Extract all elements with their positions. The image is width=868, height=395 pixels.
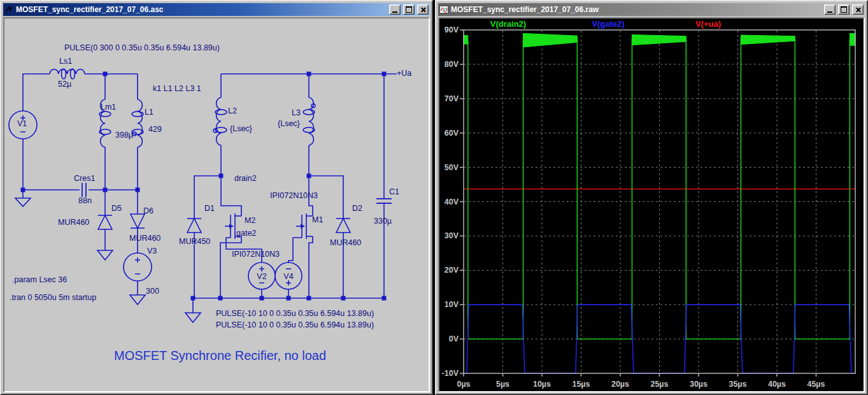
y-axis-tick-label[interactable]: 30V xyxy=(445,231,459,240)
schematic-label: M1 xyxy=(312,215,323,224)
capacitor-cres1[interactable] xyxy=(82,183,86,197)
schematic-label: M2 xyxy=(245,216,255,225)
y-axis-tick-label[interactable]: 70V xyxy=(445,94,459,103)
x-axis-tick-label[interactable]: 25µs xyxy=(650,380,668,389)
minimize-button[interactable] xyxy=(824,4,836,15)
schematic-label: .param Lsec 36 xyxy=(12,275,67,284)
schematic-label: k1 L1 L2 L3 1 xyxy=(153,84,201,93)
diode-d5[interactable] xyxy=(98,215,112,229)
source-v3[interactable] xyxy=(124,253,152,281)
x-axis-tick-label[interactable]: 20µs xyxy=(611,380,629,389)
x-axis-tick-label[interactable]: 10µs xyxy=(533,380,551,389)
x-axis-tick-label[interactable]: 30µs xyxy=(690,380,708,389)
plot-axis-labels: 0µs5µs10µs15µs20µs25µs30µs35µs40µs45µs90… xyxy=(442,25,825,389)
schematic-label: L3 xyxy=(292,108,301,117)
maximize-icon xyxy=(406,6,412,13)
maximize-icon xyxy=(841,6,847,13)
y-axis-tick-label[interactable]: 0V xyxy=(449,334,459,343)
schematic-label: V1 xyxy=(17,119,27,128)
y-axis-tick-label[interactable]: -10V xyxy=(442,369,459,378)
schematic-label: MUR460 xyxy=(129,234,160,243)
schematic-label: Cres1 xyxy=(74,174,95,183)
schematic-label: L2 xyxy=(228,106,237,115)
schematic-label: V4 xyxy=(283,272,293,281)
desktop: MOSFET_sync_rectifier_2017_07_06.asc xyxy=(0,0,868,395)
close-icon xyxy=(855,7,861,13)
mosfet-m1[interactable] xyxy=(296,213,313,239)
diode-d1[interactable] xyxy=(187,219,201,233)
schematic-label: IPI072N10N3 xyxy=(270,191,318,200)
y-axis-tick-label[interactable]: 40V xyxy=(445,198,459,206)
schematic-label: PULSE(0 300 0 0.35u 0.35u 6.594u 13.89u) xyxy=(64,43,220,52)
y-axis-tick-label[interactable]: 20V xyxy=(445,266,459,275)
y-axis-tick-label[interactable]: 10V xyxy=(445,300,459,309)
schematic-label: Lm1 xyxy=(101,103,116,111)
minimize-icon xyxy=(827,11,832,13)
schematic-label: {Lsec} xyxy=(230,124,252,133)
maximize-button[interactable] xyxy=(403,4,415,15)
y-axis-tick-label[interactable]: 50V xyxy=(445,163,459,172)
schematic-window-titlebar[interactable]: MOSFET_sync_rectifier_2017_07_06.asc xyxy=(3,3,430,16)
waveform-plot: 0µs5µs10µs15µs20µs25µs30µs35µs40µs45µs90… xyxy=(439,18,864,389)
waveform-icon xyxy=(439,5,448,14)
x-axis-tick-label[interactable]: 45µs xyxy=(807,380,825,389)
schematic-label: Ls1 xyxy=(59,57,72,66)
waveform-plot-area[interactable]: 0µs5µs10µs15µs20µs25µs30µs35µs40µs45µs90… xyxy=(438,17,865,392)
schematic-icon xyxy=(4,5,13,14)
waveform-window: MOSFET_sync_rectifier_2017_07_06.raw 0µs… xyxy=(435,0,868,395)
schematic-label: PULSE(-10 10 0 0.35u 0.35u 6.594u 13.89u… xyxy=(216,309,374,318)
schematic-label: PULSE(-10 10 0 0.35u 0.35u 6.594u 13.89u… xyxy=(216,320,374,329)
schematic-label: MUR460 xyxy=(58,218,89,227)
y-axis-tick-label[interactable]: 80V xyxy=(445,60,459,69)
window-title: MOSFET_sync_rectifier_2017_07_06.raw xyxy=(451,5,822,14)
schematic-label: drain2 xyxy=(234,174,257,183)
y-axis-tick-label[interactable]: 90V xyxy=(445,25,459,34)
close-button[interactable] xyxy=(417,4,429,15)
schematic-label: MUR450 xyxy=(179,237,210,246)
plot-legend: V(drain2)V(gate2)V(+ua) xyxy=(490,19,721,29)
x-axis-tick-label[interactable]: 35µs xyxy=(729,380,746,389)
capacitor-c1[interactable] xyxy=(376,199,392,203)
schematic-label: 300 xyxy=(146,287,159,296)
schematic-canvas[interactable]: PULSE(0 300 0 0.35u 0.35u 6.594u 13.89u)… xyxy=(3,17,430,392)
schematic-wires xyxy=(23,69,397,313)
schematic-label: IPI072N10N3 xyxy=(232,250,280,259)
waveform-window-titlebar[interactable]: MOSFET_sync_rectifier_2017_07_06.raw xyxy=(438,3,865,16)
diode-d6[interactable] xyxy=(131,214,145,228)
schematic-label: {Lsec} xyxy=(278,119,300,128)
x-axis-tick-label[interactable]: 0µs xyxy=(457,380,470,389)
schematic-label: V3 xyxy=(147,247,157,255)
minimize-icon xyxy=(392,11,397,13)
y-axis-tick-label[interactable]: 60V xyxy=(445,129,459,138)
wire-junctions xyxy=(21,72,387,301)
minimize-button[interactable] xyxy=(389,4,401,15)
diode-d2[interactable] xyxy=(336,219,350,233)
schematic-labels: PULSE(0 300 0 0.35u 0.35u 6.594u 13.89u)… xyxy=(10,43,411,329)
x-axis-tick-label[interactable]: 15µs xyxy=(572,380,590,389)
schematic-label: D2 xyxy=(352,204,362,213)
schematic-label: .tran 0 5050u 5m startup xyxy=(10,293,96,302)
legend-item[interactable]: V(gate2) xyxy=(592,19,624,29)
window-title: MOSFET_sync_rectifier_2017_07_06.asc xyxy=(16,5,387,14)
schematic-window: MOSFET_sync_rectifier_2017_07_06.asc xyxy=(0,0,433,395)
schematic-label: 330µ xyxy=(374,217,392,226)
schematic-label: L1 xyxy=(145,108,153,117)
close-button[interactable] xyxy=(852,4,864,15)
close-icon xyxy=(420,7,426,13)
schematic-label: 398µ xyxy=(115,131,133,140)
schematic-label: D1 xyxy=(204,204,215,213)
x-axis-tick-label[interactable]: 40µs xyxy=(768,380,786,389)
maximize-button[interactable] xyxy=(838,4,850,15)
legend-item[interactable]: V(+ua) xyxy=(695,19,721,29)
schematic-label: 88n xyxy=(78,196,92,205)
x-axis-tick-label[interactable]: 5µs xyxy=(496,380,509,389)
legend-item[interactable]: V(drain2) xyxy=(490,19,526,29)
ground-symbols xyxy=(15,198,201,322)
schematic-label: +Ua xyxy=(397,69,411,78)
schematic-label: V2 xyxy=(257,272,266,281)
schematic-label: D5 xyxy=(111,204,122,213)
schematic-label: D6 xyxy=(143,206,153,215)
schematic-label: gate2 xyxy=(236,229,256,238)
schematic-label: 429 xyxy=(148,125,162,134)
schematic-label: C1 xyxy=(389,187,399,196)
